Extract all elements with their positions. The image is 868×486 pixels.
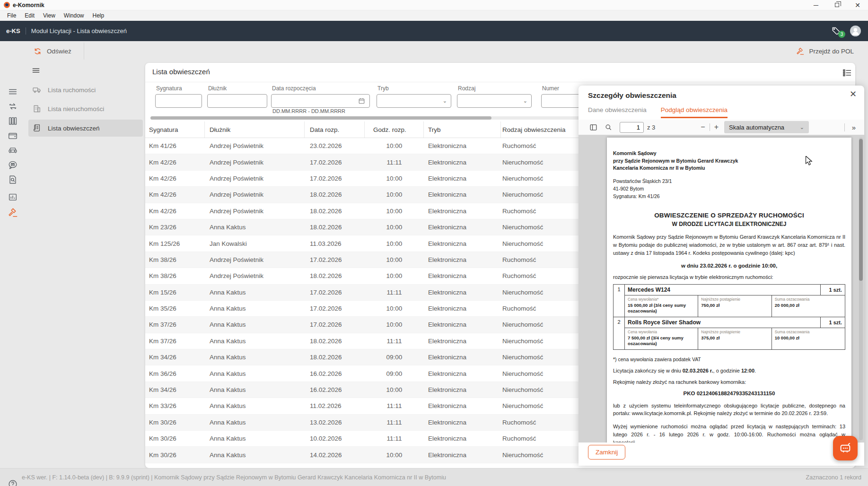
gavel-icon: [796, 47, 805, 56]
column-header-data[interactable]: Data rozp.: [305, 122, 365, 138]
auction-item: 1Mercedes W1241 szt.Cena wywołania*15 00…: [614, 285, 845, 317]
table-cell: 10:00: [365, 451, 424, 459]
rodzaj-select[interactable]: ⌄: [457, 94, 532, 108]
sidebar-item-lista-nieruchomosci[interactable]: Lista nieruchomości: [28, 102, 143, 116]
wallet-icon[interactable]: [8, 130, 18, 141]
table-cell: 16.02.2026: [305, 370, 365, 377]
document-search-icon[interactable]: [8, 174, 18, 185]
tab-podglad-obwieszczenia[interactable]: Podgląd obwieszczenia: [661, 106, 728, 118]
table-cell: Km 34/26: [145, 386, 205, 393]
date-range-input[interactable]: [271, 94, 370, 108]
refresh-button[interactable]: Odśwież: [33, 44, 71, 58]
doc-line: Sygnatura: Km 41/26: [613, 192, 845, 200]
sidebar-toggle-icon[interactable]: [589, 123, 598, 132]
minimize-button[interactable]: ─: [806, 0, 826, 10]
column-header-dluznik[interactable]: Dłużnik: [205, 122, 305, 138]
scrollbar-thumb[interactable]: [859, 139, 863, 281]
numer-input[interactable]: [541, 94, 581, 108]
table-cell: 09:00: [365, 354, 424, 361]
vertical-scrollbar[interactable]: [859, 138, 863, 440]
table-cell: 09:00: [365, 370, 424, 377]
zoom-out-button[interactable]: −: [701, 123, 705, 131]
table-cell: 10:00: [365, 208, 424, 215]
table-cell: Km 15/26: [145, 289, 205, 296]
filter-dluznik: Dłużnik: [207, 85, 267, 108]
sidebar-item-lista-ruchomosci[interactable]: Lista ruchomości: [28, 83, 143, 97]
building-icon: [32, 104, 42, 113]
calendar-icon[interactable]: [358, 97, 366, 105]
column-header-tryb[interactable]: Tryb: [424, 122, 501, 138]
restore-button[interactable]: [826, 0, 847, 10]
filter-sygnatura: Sygnatura: [155, 85, 202, 108]
tryb-select[interactable]: ⌄: [377, 94, 451, 108]
date-range-field[interactable]: [275, 95, 358, 107]
gavel-icon[interactable]: [7, 207, 18, 218]
archive-icon[interactable]: [8, 116, 18, 126]
table-cell: 10:00: [365, 272, 424, 279]
doc-auction-date: w dniu 23.02.2026 r. o godzinie 10:00,: [613, 263, 845, 269]
column-header-godz[interactable]: Godz. rozp.: [365, 122, 424, 138]
nav-menu-icon[interactable]: [31, 66, 41, 75]
menu-file[interactable]: File: [3, 12, 20, 19]
sygnatura-input[interactable]: [155, 94, 202, 108]
more-tools-icon[interactable]: »: [844, 123, 856, 131]
notifications-button[interactable]: 3: [831, 26, 841, 36]
sidebar-item-lista-obwieszczen[interactable]: Lista obwieszczeń: [28, 120, 143, 137]
dluznik-field[interactable]: [211, 95, 263, 107]
dluznik-input[interactable]: [207, 94, 267, 108]
doc-portal-line: lub z użyciem systemu teleinformatyczneg…: [613, 402, 845, 417]
table-cell: Km 35/26: [145, 305, 205, 312]
table-cell: Elektroniczna: [424, 142, 501, 149]
chevron-down-icon: ⌄: [523, 98, 527, 104]
close-panel-icon[interactable]: ✕: [850, 90, 857, 98]
table-cell: Elektroniczna: [424, 370, 501, 377]
menu-window[interactable]: Window: [60, 12, 88, 19]
notification-badge: 3: [838, 31, 845, 38]
close-window-button[interactable]: ✕: [847, 0, 868, 10]
doc-end-line: Licytacja zakończy się w dniu 02.03.2026…: [613, 368, 845, 373]
auction-item: 2Rolls Royce Silver Shadow1 szt.Cena wyw…: [614, 317, 845, 349]
table-cell: Km 37/26: [145, 321, 205, 328]
table-cell: 10:00: [365, 240, 424, 247]
transfer-icon[interactable]: [8, 101, 18, 112]
column-header-sygnatura[interactable]: Sygnatura: [145, 122, 205, 138]
table-cell: 10:00: [365, 191, 424, 198]
scale-select[interactable]: Skala automatyczna ⌄: [724, 121, 809, 133]
rail-menu-icon[interactable]: [8, 87, 18, 97]
icon-rail: [0, 41, 25, 486]
search-icon[interactable]: [604, 123, 613, 131]
menu-help[interactable]: Help: [88, 12, 109, 19]
tab-dane-obwieszczenia[interactable]: Dane obwieszczenia: [588, 106, 647, 118]
doc-subtitle: W DRODZE LICYTACJI ELEKTRONICZNEJ: [613, 221, 845, 227]
item-price-cell: Cena wywołania*15 000,00 zł (3/4 ceny su…: [625, 295, 698, 317]
help-icon[interactable]: [8, 479, 18, 486]
numer-field[interactable]: [545, 95, 577, 107]
details-tabs: Dane obwieszczenia Podgląd obwieszczenia: [588, 106, 728, 118]
menu-view[interactable]: View: [39, 12, 60, 19]
chat-fab-button[interactable]: [833, 436, 858, 460]
app-header: e-KS Moduł Licytacji - Lista obwieszczeń…: [0, 21, 868, 41]
table-cell: 18.02.2026: [305, 224, 365, 231]
car-icon[interactable]: [8, 145, 18, 156]
chart-icon[interactable]: [8, 192, 18, 202]
table-cell: Andrzej Poświetnik: [205, 175, 305, 182]
page-number-input[interactable]: [620, 122, 644, 133]
sygnatura-field[interactable]: [159, 95, 198, 107]
go-to-pol-button[interactable]: Przejdź do POL: [796, 44, 854, 58]
table-cell: Km 42/26: [145, 159, 205, 166]
table-cell: Elektroniczna: [424, 402, 501, 409]
user-avatar[interactable]: [850, 26, 861, 36]
table-cell: Elektroniczna: [424, 305, 501, 312]
menu-edit[interactable]: Edit: [20, 12, 39, 19]
sidebar-item-label: Lista nieruchomości: [48, 105, 104, 113]
chat-mail-icon[interactable]: [8, 160, 18, 170]
item-name: Mercedes W124: [625, 285, 820, 295]
column-settings-icon[interactable]: [842, 67, 853, 78]
zoom-in-button[interactable]: +: [714, 123, 719, 131]
table-cell: Km 38/26: [145, 256, 205, 263]
table-cell: Andrzej Poświetnik: [205, 208, 305, 215]
toolbar-divider: [84, 43, 84, 60]
chevron-down-icon: ⌄: [800, 124, 804, 130]
scrollbar-thumb[interactable]: [150, 116, 491, 120]
close-details-button[interactable]: Zamknij: [588, 445, 625, 460]
